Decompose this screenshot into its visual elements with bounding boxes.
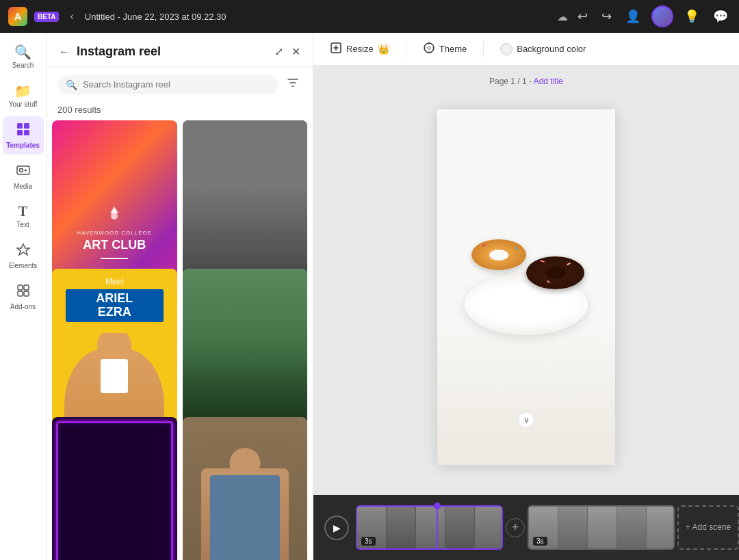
svg-rect-0 — [17, 123, 23, 129]
sidebar-item-your-stuff[interactable]: 📁 Your stuff — [3, 77, 44, 114]
timeline-add-button[interactable]: + — [506, 518, 525, 537]
thumb — [475, 507, 503, 548]
folder-icon: 📁 — [14, 83, 31, 99]
document-title: Untitled - June 22, 2023 at 09.22.30 — [85, 12, 550, 22]
filter-button[interactable] — [284, 74, 302, 95]
nav-back-button[interactable]: ‹ — [66, 8, 77, 25]
sidebar-item-media[interactable]: Media — [3, 157, 44, 196]
addons-icon — [16, 283, 31, 302]
segment-2-thumbs — [529, 507, 675, 548]
theme-icon — [423, 42, 435, 57]
results-count: 200 results — [47, 102, 313, 120]
templates-icon — [16, 122, 31, 140]
panel-close-button[interactable]: ✕ — [290, 44, 302, 59]
card-art-club-subtitle: HAVENWOOD COLLEGE — [77, 230, 152, 236]
timeline-play-button[interactable]: ▶ — [324, 516, 349, 540]
svg-rect-2 — [17, 130, 23, 135]
comments-button[interactable]: 💬 — [710, 6, 731, 27]
thumb — [558, 507, 588, 548]
canvas-content: Page 1 / 1 - Add title — [313, 66, 739, 495]
sidebar-item-addons[interactable]: Add-ons — [3, 278, 44, 316]
segment-1-thumbs — [357, 507, 503, 548]
card-ariel-top: Meet ARIELEZRA — [52, 269, 177, 333]
svg-rect-3 — [24, 130, 29, 135]
play-icon: ▶ — [333, 522, 341, 533]
timeline-bar: ▶ — [313, 495, 739, 560]
thumb — [617, 507, 647, 548]
app-logo: A — [8, 7, 27, 26]
svg-point-5 — [19, 169, 23, 172]
search-input-wrapper: 🔍 — [57, 75, 278, 94]
timeline-wrapper: 3s + 3s — [356, 505, 739, 550]
svg-rect-9 — [18, 291, 23, 296]
media-icon — [16, 163, 31, 181]
card-ariel-name: ARIELEZRA — [71, 292, 158, 319]
sidebar-item-search[interactable]: 🔍 Search — [3, 38, 44, 75]
card-ariel-meet: Meet — [60, 277, 169, 286]
bg-color-swatch — [500, 43, 513, 55]
undo-button[interactable]: ↩ — [575, 6, 591, 27]
timeline-tracks: 3s + 3s — [356, 505, 739, 550]
templates-grid: HAVENWOOD COLLEGE ART CLUB ▶ ELIJAHJONES… — [47, 120, 313, 560]
resize-crown-icon: 👑 — [378, 44, 389, 55]
add-title-link[interactable]: Add title — [534, 77, 563, 86]
main-area: 🔍 Search 📁 Your stuff Templates — [0, 33, 739, 560]
search-bar: 🔍 — [47, 67, 313, 102]
thumb — [416, 507, 445, 548]
panel-title: Instagram reel — [77, 44, 268, 59]
avatar[interactable] — [651, 5, 673, 27]
search-icon: 🔍 — [14, 44, 31, 60]
svg-rect-10 — [24, 291, 29, 296]
sidebar-item-text[interactable]: T Text — [3, 198, 44, 234]
donut-glazed — [471, 239, 526, 270]
theme-button[interactable]: Theme — [417, 38, 472, 61]
plate-container — [458, 226, 595, 349]
segment-1-time-badge: 3s — [361, 537, 376, 546]
timeline-segment-1[interactable]: 3s — [356, 505, 503, 550]
card-art-club-title: ART CLUB — [83, 239, 146, 252]
panel-header: ← Instagram reel ⤢ ✕ — [47, 33, 313, 67]
card-portrait-inner — [183, 417, 308, 560]
search-input[interactable] — [83, 79, 270, 90]
sidebar-item-templates[interactable]: Templates — [3, 116, 44, 155]
sidebar-item-elements[interactable]: Elements — [3, 237, 44, 275]
sidebar: 🔍 Search 📁 Your stuff Templates — [0, 33, 47, 560]
topbar: A BETA ‹ Untitled - June 22, 2023 at 09.… — [0, 0, 739, 33]
card-ariel-name-box: ARIELEZRA — [66, 289, 164, 322]
panel-expand-button[interactable]: ⤢ — [273, 44, 285, 59]
svg-rect-8 — [24, 285, 29, 290]
thumb — [445, 507, 475, 548]
page-label: Page 1 / 1 - Add title — [489, 77, 563, 86]
toolbar-divider-1 — [406, 41, 406, 57]
donut-chocolate — [526, 256, 584, 289]
search-icon: 🔍 — [66, 79, 77, 90]
toolbar-divider-2 — [483, 41, 484, 57]
template-card-ridgewood[interactable]: Ridgewood College Theater Club SHOWSTOPP… — [52, 417, 177, 560]
thumb — [588, 507, 617, 548]
resize-button[interactable]: Resize 👑 — [324, 38, 395, 61]
segment-2-time-badge: 3s — [533, 537, 547, 546]
timeline-segment-2[interactable]: 3s — [528, 505, 675, 550]
bg-color-button[interactable]: Background color — [495, 39, 591, 59]
svg-point-13 — [424, 43, 434, 53]
card-ridgewood-content: Ridgewood College Theater Club SHOWSTOPP… — [52, 417, 177, 560]
text-icon: T — [18, 204, 27, 219]
add-scene-button[interactable]: + Add scene — [677, 505, 739, 550]
card-portrait-figure — [201, 468, 289, 560]
card-art-club-logo — [103, 201, 125, 227]
resize-icon — [330, 42, 342, 57]
template-card-portrait[interactable] — [183, 417, 308, 560]
cloud-icon: ☁ — [557, 10, 568, 23]
account-button[interactable]: 👤 — [623, 6, 643, 27]
collapse-button[interactable]: ∨ — [518, 412, 534, 428]
elements-icon — [16, 242, 31, 261]
svg-point-11 — [111, 213, 118, 219]
topbar-actions: ↩ ↪ 👤 💡 💬 — [575, 5, 731, 27]
panel-back-button[interactable]: ← — [57, 44, 71, 59]
help-button[interactable]: 💡 — [682, 6, 702, 27]
card-art-club-line — [101, 258, 128, 259]
svg-rect-7 — [18, 285, 23, 290]
redo-button[interactable]: ↪ — [599, 6, 614, 27]
templates-panel: ← Instagram reel ⤢ ✕ 🔍 200 results — [47, 33, 313, 560]
canvas-toolbar: Resize 👑 Theme Background color — [313, 33, 739, 66]
